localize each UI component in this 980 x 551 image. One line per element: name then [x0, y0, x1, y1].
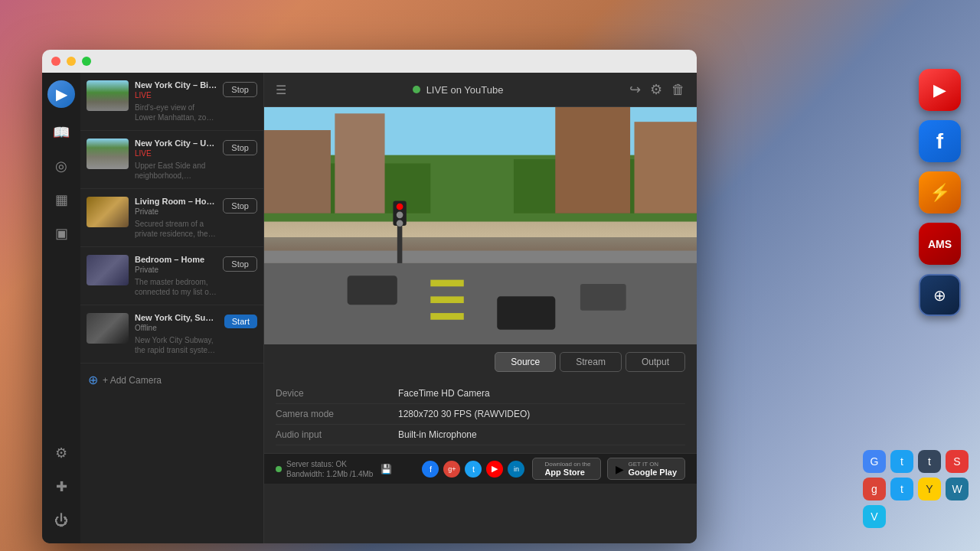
svg-rect-6 [555, 107, 630, 214]
live-status-text: LIVE on YouTube [426, 84, 504, 96]
svg-rect-12 [348, 276, 397, 305]
camera-info-2: New York City – UES LIVE Upper East Side… [135, 139, 217, 181]
sidebar-item-location[interactable]: ◎ [46, 151, 77, 181]
disk-icon: 💾 [381, 464, 392, 474]
facebook-icon: f [936, 129, 943, 154]
camera-info-3: Living Room – Home Private Secured strea… [135, 197, 217, 239]
mini-app-twitter-t[interactable]: t [890, 450, 913, 473]
stop-button-2[interactable]: Stop [223, 140, 257, 155]
close-button[interactable] [51, 57, 60, 66]
live-indicator: LIVE on YouTube [413, 84, 504, 96]
mini-app-google2[interactable]: g [863, 478, 886, 500]
stop-button-3[interactable]: Stop [223, 198, 257, 214]
sidebar-item-logo[interactable]: ▶ [47, 80, 75, 108]
social-twitter[interactable]: t [465, 461, 482, 478]
social-linkedin[interactable]: in [508, 461, 524, 478]
audio-input-label: Audio input [276, 429, 398, 440]
device-value: FaceTime HD Camera [398, 388, 490, 399]
camera-item-nyc-birds-eye[interactable]: New York City – Birds Eye LIVE Bird's-ey… [80, 73, 263, 131]
street-scene-svg [264, 107, 697, 344]
app-icon-youtube[interactable]: ▶ [919, 69, 961, 111]
camera-item-living-room[interactable]: Living Room – Home Private Secured strea… [80, 189, 263, 247]
mini-app-yammer[interactable]: Y [918, 478, 941, 500]
camera-thumb-4 [87, 255, 129, 285]
status-dot [276, 466, 282, 472]
camera-name-5: New York City, Subway [135, 313, 218, 322]
sidebar-item-medical[interactable]: ✚ [46, 471, 77, 502]
tab-stream[interactable]: Stream [560, 352, 622, 372]
app-icon-s5[interactable]: ⊕ [919, 274, 961, 316]
camera-thumb-2 [87, 139, 129, 169]
camera-info-5: New York City, Subway Offline New York C… [135, 313, 218, 355]
svg-rect-14 [580, 284, 626, 311]
camera-desc-4: The master bedroom, connected to my list… [135, 277, 217, 297]
svg-rect-8 [264, 263, 697, 344]
delete-icon[interactable]: 🗑 [671, 82, 685, 98]
mini-app-vimeo[interactable]: V [863, 505, 886, 528]
mini-app-twitter[interactable]: t [890, 478, 913, 500]
menu-icon[interactable]: ☰ [276, 83, 286, 97]
camera-status-1: LIVE [135, 91, 217, 99]
mini-app-stumble[interactable]: S [946, 450, 969, 473]
stop-button-4[interactable]: Stop [223, 256, 257, 272]
app-store-badge[interactable]: Download on the App Store [532, 458, 601, 480]
server-ok-text: Server status: OK [286, 459, 373, 469]
tab-output[interactable]: Output [626, 352, 685, 372]
sidebar-item-monitor[interactable]: ▣ [46, 218, 77, 249]
app-window: ▶ 📖 ◎ ▦ ▣ ⚙ ✚ ⏻ New York City – Birds Ey… [42, 50, 697, 543]
camera-item-subway[interactable]: New York City, Subway Offline New York C… [80, 305, 263, 364]
stop-button-1[interactable]: Stop [223, 82, 257, 97]
sidebar-item-book[interactable]: 📖 [46, 117, 77, 148]
app-store-name: App Store [544, 468, 590, 477]
google-play-name: Google Play [628, 468, 677, 477]
video-preview [264, 107, 697, 344]
sidebar-item-grid[interactable]: ▦ [46, 184, 77, 215]
settings-icon[interactable]: ⚙ [650, 81, 662, 98]
social-youtube[interactable]: ▶ [486, 461, 503, 478]
camera-mode-value: 980x551 30 FPS (RAWVIDEO) [398, 409, 530, 419]
bandwidth-text: Bandwidth: 1.2Mb /1.4Mb [286, 469, 373, 479]
svg-rect-13 [497, 296, 555, 329]
thunder-icon: ⚡ [929, 183, 950, 203]
s5-icon: ⊕ [933, 286, 946, 305]
google-play-pre: GET IT ON [628, 461, 677, 468]
sidebar-item-power[interactable]: ⏻ [46, 505, 77, 536]
social-google-plus[interactable]: g+ [443, 461, 460, 478]
device-label: Device [276, 388, 398, 399]
maximize-button[interactable] [82, 57, 91, 66]
start-button-5[interactable]: Start [224, 315, 257, 328]
share-icon[interactable]: ↪ [629, 81, 641, 98]
camera-desc-5: New York City Subway, the rapid transit … [135, 335, 218, 355]
live-dot [413, 86, 420, 93]
info-row-device: Device FaceTime HD Camera [276, 383, 685, 404]
tab-source[interactable]: Source [495, 352, 556, 372]
svg-rect-11 [430, 313, 463, 320]
app-icon-thunder[interactable]: ⚡ [919, 171, 961, 214]
camera-name-4: Bedroom – Home [135, 255, 217, 264]
minimize-button[interactable] [67, 57, 76, 66]
mini-app-tumblr[interactable]: t [918, 450, 941, 473]
camera-thumb-1 [87, 80, 129, 111]
mini-app-wordpress[interactable]: W [946, 478, 969, 500]
svg-point-18 [397, 204, 403, 210]
mini-app-google[interactable]: G [863, 450, 886, 473]
camera-mode-label: Camera mode [276, 409, 398, 419]
app-body: ▶ 📖 ◎ ▦ ▣ ⚙ ✚ ⏻ New York City – Birds Ey… [42, 73, 697, 543]
camera-info-1: New York City – Birds Eye LIVE Bird's-ey… [135, 80, 217, 122]
google-play-badge[interactable]: ▶ GET IT ON Google Play [607, 458, 685, 480]
social-icons: f g+ t ▶ in [422, 461, 524, 478]
camera-item-bedroom[interactable]: Bedroom – Home Private The master bedroo… [80, 247, 263, 305]
camera-desc-3: Secured stream of a private residence, t… [135, 219, 217, 239]
server-status: Server status: OK Bandwidth: 1.2Mb /1.4M… [276, 459, 414, 479]
app-icon-facebook[interactable]: f [919, 120, 961, 162]
add-camera-button[interactable]: ⊕ + Add Camera [80, 364, 263, 396]
app-icon-ams[interactable]: AMS [919, 223, 961, 265]
status-text: Server status: OK Bandwidth: 1.2Mb /1.4M… [286, 459, 373, 479]
sidebar-item-settings[interactable]: ⚙ [46, 438, 77, 468]
svg-rect-10 [430, 296, 463, 303]
camera-item-nyc-ues[interactable]: New York City – UES LIVE Upper East Side… [80, 131, 263, 189]
title-bar [42, 50, 697, 73]
svg-rect-4 [264, 130, 331, 214]
social-facebook[interactable]: f [422, 461, 439, 478]
app-store-badge-row: Download on the App Store [541, 461, 593, 477]
